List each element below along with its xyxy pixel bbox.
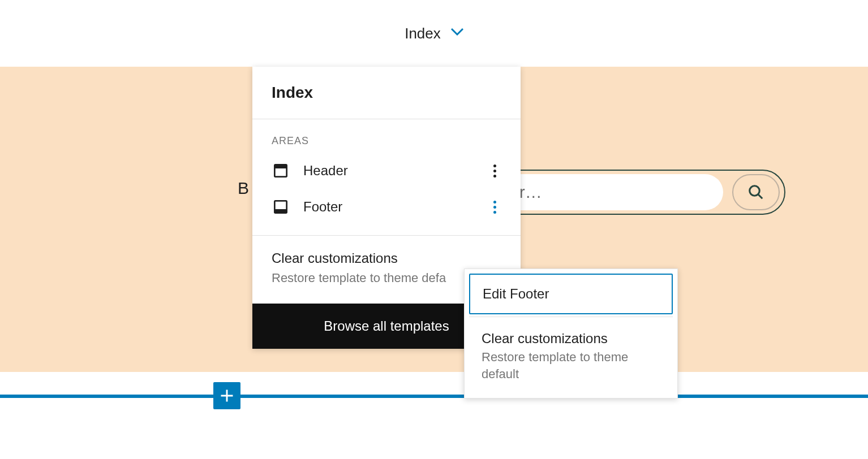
clear-customizations-title: Clear customizations (272, 250, 501, 266)
svg-line-1 (758, 194, 763, 199)
header-area-icon (272, 162, 290, 180)
more-options-icon[interactable] (488, 201, 501, 214)
chevron-down-icon[interactable] (451, 28, 463, 38)
footer-area-icon (272, 198, 290, 216)
area-item-footer[interactable]: Footer (252, 189, 521, 225)
submenu-clear-title: Clear customizations (482, 331, 660, 347)
search-button[interactable] (732, 174, 780, 210)
submenu-divider (469, 317, 673, 317)
more-options-icon[interactable] (488, 164, 501, 177)
area-submenu: Edit Footer Clear customizations Restore… (464, 269, 678, 399)
areas-section-label: AREAS (252, 119, 521, 153)
editor-topbar: Index (0, 0, 868, 67)
block-name-fragment: B (238, 179, 249, 198)
submenu-clear-subtitle: Restore template to theme default (482, 349, 660, 382)
area-label: Header (303, 163, 474, 179)
area-label: Footer (303, 199, 474, 215)
document-title: Index (405, 25, 441, 42)
svg-rect-5 (276, 202, 286, 209)
template-name: Index (272, 84, 501, 102)
plus-icon (219, 388, 235, 404)
search-icon (747, 184, 764, 201)
template-dropdown-header: Index (252, 67, 521, 119)
area-item-header[interactable]: Header (252, 153, 521, 189)
submenu-clear-customizations-item[interactable]: Clear customizations Restore template to… (469, 319, 673, 393)
svg-point-0 (750, 186, 760, 196)
add-block-button[interactable] (213, 382, 240, 409)
block-insert-line (0, 395, 868, 398)
svg-rect-3 (276, 168, 286, 176)
edit-footer-item[interactable]: Edit Footer (469, 274, 673, 314)
